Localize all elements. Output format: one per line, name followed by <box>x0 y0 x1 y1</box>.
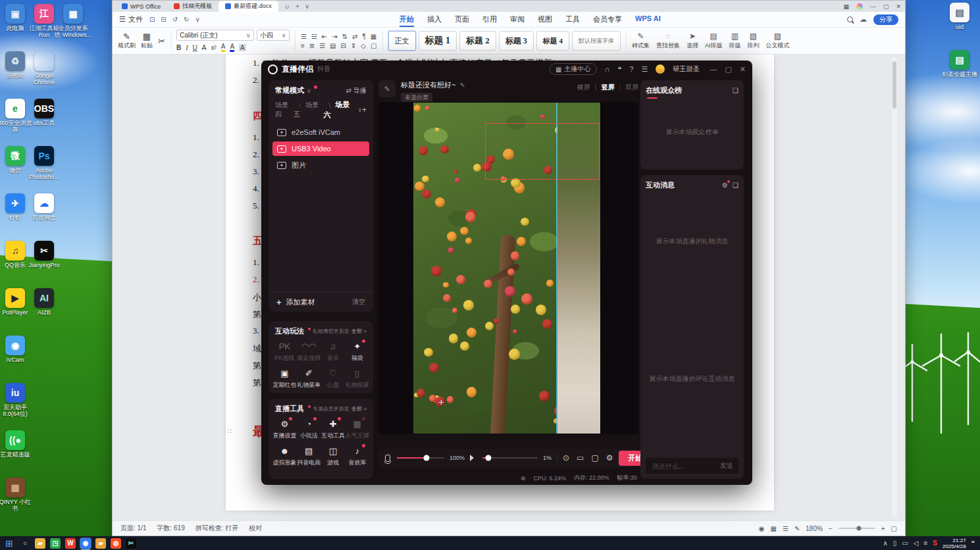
taskbar-clock[interactable]: 21:27 2025/4/28 <box>942 538 966 549</box>
tray-icon[interactable]: ∧ <box>883 539 888 547</box>
wps-document-tab[interactable]: 最新搭建.docx <box>219 1 278 12</box>
paragraph-tool-icon[interactable]: ▤ <box>330 42 336 49</box>
ribbon-tool-button[interactable]: ➤ 选择 <box>686 32 698 50</box>
control-tool-icon[interactable]: ▭ <box>577 453 584 463</box>
desktop-icon[interactable]: AI AIZB <box>30 288 59 336</box>
ribbon-tool-button[interactable]: ▨ 公文模式 <box>766 32 790 50</box>
screen-mode-toggle[interactable]: 横屏 <box>577 83 590 92</box>
notification-center-icon[interactable]: ❝ <box>971 539 975 547</box>
minimize-button[interactable]: — <box>709 65 717 74</box>
paragraph-tool-icon[interactable]: ⇥ <box>332 33 337 40</box>
style-chip[interactable]: 标题 2 <box>459 31 496 51</box>
mic-volume-slider[interactable] <box>397 457 444 459</box>
paragraph-tool-icon[interactable]: ⊟ <box>341 42 346 49</box>
taskbar-app-icon[interactable]: ▰ <box>95 538 106 549</box>
slider-knob[interactable] <box>486 455 492 461</box>
page-layout-icon[interactable]: ▦ <box>770 525 776 532</box>
tray-icon[interactable]: ≡ <box>924 539 928 547</box>
edit-title-button[interactable]: ✎ <box>378 80 396 97</box>
document-scrollbar[interactable] <box>892 57 897 518</box>
layout-grid-icon[interactable]: ▦ <box>843 3 849 10</box>
ribbon-tool-button[interactable]: ✎ 样式集 <box>632 32 650 50</box>
scene-tab[interactable]: 场景四 <box>275 101 294 119</box>
share-button[interactable]: 分享 <box>873 14 898 25</box>
ribbon-menu-tab[interactable]: 插入 <box>421 14 448 24</box>
interactive-play-item[interactable]: ▯ 礼物投屏 <box>345 367 369 389</box>
quick-access-icon[interactable]: ⊡ <box>149 16 155 23</box>
font-format-button[interactable]: I <box>186 44 188 51</box>
screen-mode-toggle[interactable]: 竖屏 <box>590 83 615 92</box>
font-name-select[interactable]: Calibri (正文) ∨ <box>176 30 254 41</box>
control-tool-icon[interactable]: ⚙ <box>606 453 613 463</box>
send-button[interactable]: 发送 <box>720 461 733 470</box>
style-chip[interactable]: 标题 4 <box>536 31 569 51</box>
view-all-link[interactable]: 全部 > <box>351 405 367 413</box>
paragraph-tool-icon[interactable]: ◇ <box>361 42 366 49</box>
gear-icon[interactable]: ⚙ <box>722 182 728 189</box>
ribbon-tool-button[interactable]: ◌ 查找替换 <box>656 32 680 50</box>
desktop-icon[interactable]: ▩ QINYY 小红书 <box>1 478 30 525</box>
paragraph-tool-icon[interactable]: ⇅ <box>342 33 348 40</box>
paragraph-tool-icon[interactable]: ☰ <box>319 42 325 49</box>
paragraph-tool-icon[interactable]: ⇤ <box>322 33 327 40</box>
format-painter-button[interactable]: ✎ 格式刷 <box>118 32 136 50</box>
style-chip[interactable]: 默认段落字体 <box>572 31 621 51</box>
desktop-icon[interactable]: ◉ iVCam <box>1 336 30 383</box>
font-format-button[interactable]: A <box>230 43 234 52</box>
font-format-button[interactable]: A <box>239 44 246 51</box>
stream-title[interactable]: 标题还没有想好~ <box>401 80 455 90</box>
interactive-play-item[interactable]: ♡ 心愿 <box>321 367 346 389</box>
new-tab-button[interactable]: + <box>296 3 299 10</box>
cloud-sync-icon[interactable]: ☁ <box>860 15 867 24</box>
quick-access-icon[interactable]: ↻ <box>184 16 189 23</box>
speaker-icon[interactable] <box>470 455 477 461</box>
popout-icon[interactable]: ❏ <box>733 87 738 94</box>
slider-knob[interactable] <box>423 455 429 461</box>
ribbon-menu-tab[interactable]: 引用 <box>476 14 503 24</box>
output-volume-slider[interactable] <box>482 457 538 459</box>
paragraph-tool-icon[interactable]: ≡ <box>301 42 305 49</box>
zoom-slider-knob[interactable] <box>856 526 861 531</box>
zoom-slider[interactable] <box>838 528 875 529</box>
zoom-tool-icon[interactable]: ⊕ <box>521 475 526 482</box>
minimize-button[interactable]: — <box>870 3 876 10</box>
wps-document-tab[interactable]: 找稿壳模板 <box>167 1 219 12</box>
search-icon[interactable] <box>847 16 853 22</box>
font-format-button[interactable]: x² <box>211 44 216 51</box>
viewers-tab[interactable]: 在线观众榜 <box>646 86 682 95</box>
close-button[interactable]: ✕ <box>740 65 746 74</box>
taskbar-app-icon[interactable]: ◉ <box>80 538 91 549</box>
outline-view-icon[interactable]: ☰ <box>783 525 788 532</box>
start-button[interactable]: ⊞ <box>0 536 18 550</box>
scene-tab[interactable]: 场景五 <box>294 101 323 119</box>
ribbon-menu-tab[interactable]: WPS AI <box>629 14 667 24</box>
desktop-icon[interactable]: ☁ 百度网盘 <box>30 193 59 241</box>
scrollbar-thumb[interactable] <box>892 61 896 109</box>
cut-button[interactable]: ✂ <box>158 37 165 45</box>
microphone-icon[interactable] <box>385 455 390 462</box>
help-icon[interactable]: ? <box>629 65 633 73</box>
scene-tab[interactable]: 场景六 <box>323 100 355 120</box>
menu-icon[interactable]: ☰ <box>642 65 648 74</box>
desktop-icon[interactable]: ((● 艺龙精选版 <box>1 430 30 478</box>
tray-icon[interactable]: S <box>933 539 937 547</box>
spellcheck-status[interactable]: 拼写检查: 打开 <box>195 524 239 533</box>
preview-canvas[interactable]: ✛ <box>378 102 638 434</box>
live-tool-item[interactable]: ♪ 音效库 <box>345 445 369 467</box>
zoom-level[interactable]: 180% <box>806 525 823 532</box>
live-tool-item[interactable]: ▦ 人气王牌 <box>345 418 369 440</box>
desktop-icon[interactable]: ▤ 剑圣全盛主播 <box>942 50 977 97</box>
clear-button[interactable]: 清空 <box>352 297 365 307</box>
headset-icon[interactable]: ∩ <box>605 65 610 73</box>
taskbar-app-icon[interactable]: ◳ <box>50 538 61 549</box>
interactive-play-item[interactable]: ✐ 礼物菜单 <box>297 367 321 389</box>
desktop-icon[interactable]: ▤ uid <box>942 3 977 50</box>
ribbon-tool-button[interactable]: ▥ 排版 <box>729 32 741 50</box>
file-menu[interactable]: ☰ 文件 <box>119 14 143 24</box>
screen-mode-toggle[interactable]: 双屏 <box>614 83 638 92</box>
live-tool-item[interactable]: ⚙ 直播设置 <box>272 418 297 440</box>
ribbon-menu-tab[interactable]: 视图 <box>531 14 559 24</box>
ribbon-tool-button[interactable]: ▤ AI排版 <box>705 32 723 50</box>
director-mode-button[interactable]: ⇄ 导播 <box>346 86 367 95</box>
paragraph-tool-icon[interactable]: ▢ <box>371 42 376 49</box>
